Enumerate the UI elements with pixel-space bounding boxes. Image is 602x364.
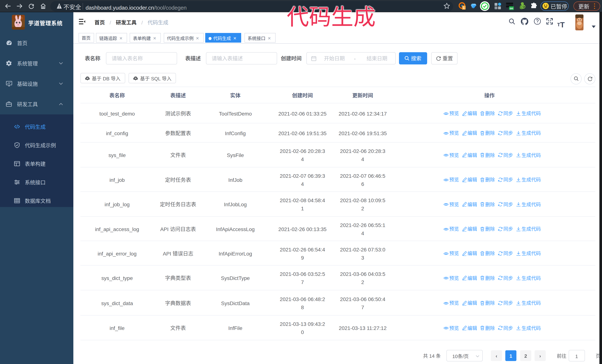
svg-text:on: on (510, 6, 513, 10)
svg-text:1: 1 (463, 5, 465, 10)
